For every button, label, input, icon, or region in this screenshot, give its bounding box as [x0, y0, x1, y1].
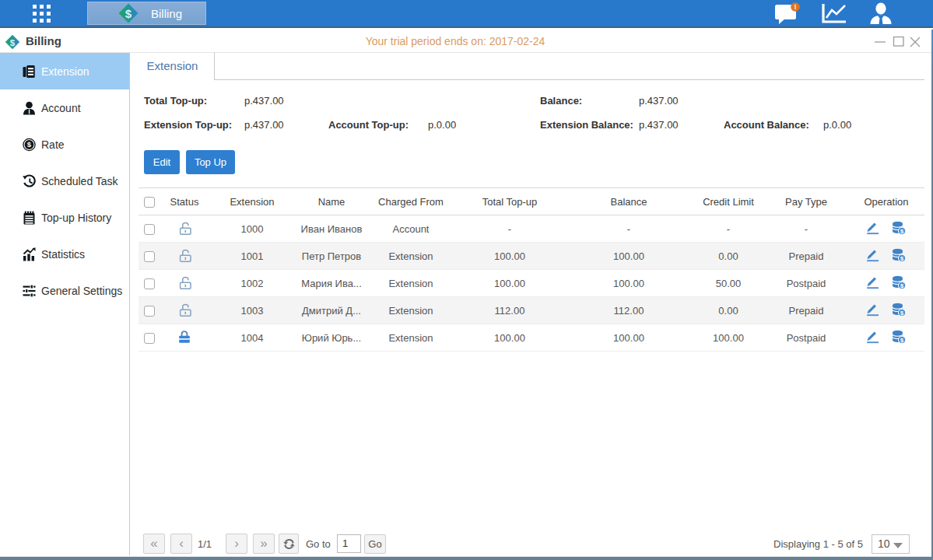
- svg-text:$: $: [27, 140, 32, 149]
- svg-text:$: $: [125, 7, 132, 20]
- svg-text:!: !: [794, 3, 797, 11]
